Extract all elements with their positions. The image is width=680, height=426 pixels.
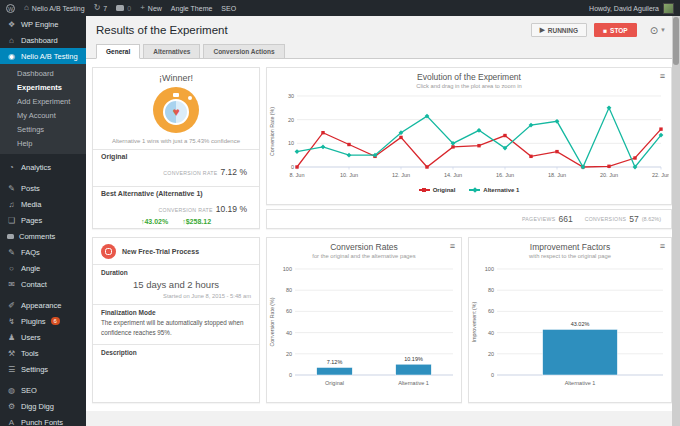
submenu-dashboard[interactable]: Dashboard [0,66,86,80]
tab-conversion-actions[interactable]: Conversion Actions [203,44,284,59]
chart-context-menu-icon[interactable]: ≡ [660,72,665,81]
wordpress-menu[interactable]: W [6,4,15,13]
running-status-button[interactable]: ▶RUNNING [531,23,587,37]
wrench-icon: ⚒ [7,349,16,358]
svg-text:22. Jun: 22. Jun [652,172,669,178]
sidebar-item-contact[interactable]: ✉Contact [0,276,86,292]
tab-alternatives[interactable]: Alternatives [143,44,200,59]
svg-text:0: 0 [291,164,294,170]
updates-link[interactable]: ↻7 [94,4,108,12]
svg-text:10.19%: 10.19% [404,356,423,362]
sidebar-item-appearance[interactable]: ✐Appearance [0,297,86,313]
theme-link[interactable]: Angle Theme [171,5,213,12]
sidebar-item-users[interactable]: ♟Users [0,329,86,345]
submenu-add-experiment[interactable]: Add Experiment [0,94,86,108]
current-menu-arrow [82,52,90,60]
svg-text:20. Jun: 20. Jun [600,172,618,178]
sidebar-item-media[interactable]: ♫Media [0,196,86,212]
envelope-icon: ✉ [7,280,16,289]
sidebar-item-faqs[interactable]: ✎FAQs [0,244,86,260]
svg-text:7.12%: 7.12% [327,359,343,365]
sidebar-item-punch-fonts[interactable]: APunch Fonts [0,414,86,426]
submenu-my-account[interactable]: My Account [0,108,86,122]
sidebar-item-tools[interactable]: ⚒Tools [0,345,86,361]
pin-icon: ✎ [7,184,16,193]
admin-sidebar: ❖WP Engine ⌂Dashboard ◉ Nelio A/B Testin… [0,16,86,426]
sidebar-item-nelio-ab-testing[interactable]: ◉ Nelio A/B Testing [0,48,86,64]
svg-text:60: 60 [286,308,292,314]
finalization-mode-label: Finalization Mode [93,305,259,316]
sidebar-item-seo[interactable]: ◍SEO [0,382,86,398]
tab-general[interactable]: General [96,44,140,59]
comments-link[interactable]: 0 [116,5,131,12]
svg-text:Improvement (%): Improvement (%) [471,301,477,342]
conversion-rates-plot[interactable]: 0204060801007.12%Original10.19%Alternati… [267,261,461,399]
evolution-legend: Original Alternative 1 [267,187,671,193]
new-content-link[interactable]: +New [140,4,162,12]
improvement-money: ↑$258.12 [182,218,211,225]
conversions-percent: (8.62%) [642,216,661,222]
svg-text:Conversion Rate (%): Conversion Rate (%) [269,297,275,346]
legend-item-original[interactable]: Original [419,187,456,193]
improvement-factors-title: Improvement Factors [469,242,671,252]
submenu-help[interactable]: Help [0,136,86,150]
svg-text:100: 100 [283,266,292,272]
submenu-experiments[interactable]: Experiments [0,80,86,94]
sidebar-item-pages[interactable]: ❏Pages [0,212,86,228]
sidebar-item-angle[interactable]: ○Angle [0,260,86,276]
analytics-icon: ◔ [7,163,16,172]
chart-context-menu-icon[interactable]: ≡ [450,242,455,251]
svg-text:20: 20 [488,351,494,357]
chart-context-menu-icon[interactable]: ≡ [660,242,665,251]
stop-icon: ■ [603,27,607,34]
seo-link[interactable]: SEO [221,5,236,12]
sidebar-item-wp-engine[interactable]: ❖WP Engine [0,16,86,32]
svg-text:8. Jun: 8. Jun [290,172,305,178]
howdy-account-link[interactable]: Howdy, David Aguilera [589,5,659,12]
improvement-percent: ↑43.02% [141,218,168,225]
scrollbar-thumb[interactable] [673,17,679,65]
improvement-factors-plot[interactable]: 02040608010043.02%Alternative 1Improveme… [469,261,671,399]
svg-text:20: 20 [288,117,294,123]
main-content: Results of the Experiment ▶RUNNING ■STOP… [86,16,680,426]
gear-icon: ⚙ [7,402,16,411]
dashboard-icon: ⌂ [7,36,16,45]
pageviews-conversions-strip: PAGEVIEWS661 CONVERSIONS57(8.62%) [266,209,672,229]
svg-text:0: 0 [289,372,292,378]
sidebar-item-posts[interactable]: ✎Posts [0,180,86,196]
svg-text:10. Jun: 10. Jun [340,172,358,178]
pageviews-label: PAGEVIEWS [522,216,555,222]
legend-item-alternative-1[interactable]: Alternative 1 [469,187,519,193]
sidebar-item-dashboard[interactable]: ⌂Dashboard [0,32,86,48]
svg-text:Conversion Rate (%): Conversion Rate (%) [269,107,275,156]
play-icon: ▶ [540,26,545,34]
stop-experiment-button[interactable]: ■STOP [594,23,637,37]
conversion-rates-panel: ≡ Conversion Rates for the original and … [266,237,462,403]
experiment-type-icon [101,244,116,259]
stopwatch-heart-icon: ♥ [153,87,199,133]
experiment-options-button[interactable]: ⊙▼ [650,25,666,36]
updates-icon: ↻ [94,4,101,12]
description-label: Description [93,345,259,356]
tab-bar: General Alternatives Conversion Actions [86,44,680,59]
best-alternative-label: Best Alternative (Alternative 1) [101,190,251,197]
evolution-chart-plot[interactable]: 01020308. Jun10. Jun12. Jun14. Jun16. Ju… [267,91,671,189]
page-scrollbar[interactable] [672,16,680,426]
submenu-settings[interactable]: Settings [0,122,86,136]
svg-text:18. Jun: 18. Jun [548,172,566,178]
user-avatar[interactable] [663,3,674,14]
svg-text:40: 40 [286,330,292,336]
sidebar-item-comments[interactable]: Comments [0,228,86,244]
svg-text:80: 80 [286,287,292,293]
svg-text:43.02%: 43.02% [571,321,590,327]
sidebar-item-digg-digg[interactable]: ⚙Digg Digg [0,398,86,414]
started-date: Started on June 8, 2015 - 5:48 am [93,290,259,304]
sidebar-item-settings[interactable]: ☰Settings [0,361,86,377]
sidebar-item-plugins[interactable]: ↯Plugins6 [0,313,86,329]
sidebar-item-analytics[interactable]: ◔Analytics [0,159,86,175]
nelio-submenu: Dashboard Experiments Add Experiment My … [0,64,86,154]
svg-text:Alternative 1: Alternative 1 [398,380,429,386]
site-name-link[interactable]: ⌂Nelio A/B Testing [24,4,85,12]
svg-text:100: 100 [485,266,494,272]
svg-text:60: 60 [488,308,494,314]
